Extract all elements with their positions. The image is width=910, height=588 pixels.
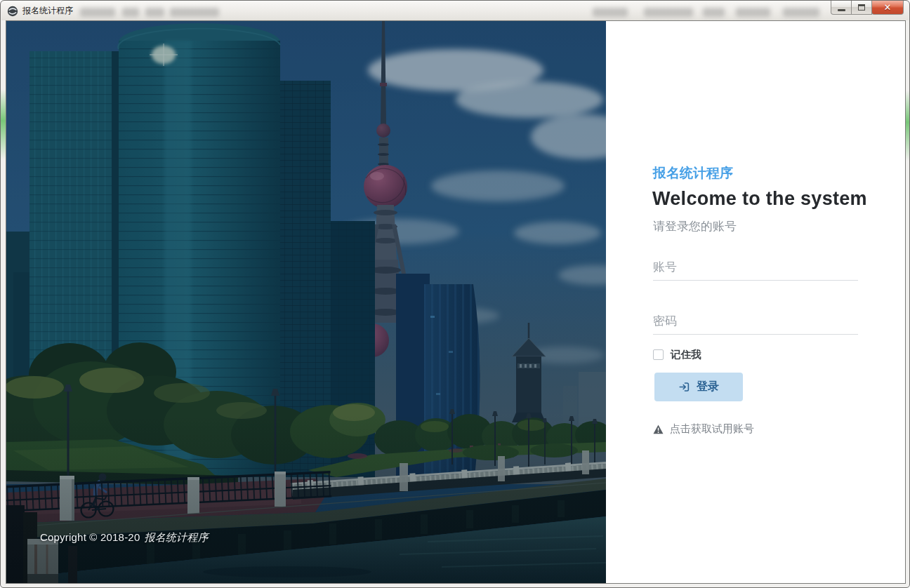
- copyright: Copyright © 2018-20报名统计程序: [40, 531, 209, 544]
- blurred-watermark: [122, 8, 139, 17]
- copyright-text: Copyright © 2018-20: [40, 531, 140, 543]
- login-button-label: 登录: [697, 380, 719, 394]
- blurred-watermark: [703, 8, 725, 17]
- minimize-button[interactable]: [831, 1, 852, 15]
- trial-label: 点击获取试用账号: [670, 422, 754, 436]
- blurred-watermark: [170, 8, 219, 17]
- login-panel: 报名统计程序 Welcome to the system 请登录您的账号 记住我…: [606, 21, 905, 583]
- blurred-watermark: [145, 8, 164, 17]
- warning-icon: [653, 425, 664, 434]
- window-content: Copyright © 2018-20报名统计程序 报名统计程序 Welcome…: [6, 20, 906, 584]
- window-title: 报名统计程序: [22, 5, 73, 17]
- login-subtitle: 请登录您的账号: [653, 218, 737, 234]
- account-input[interactable]: [653, 258, 858, 281]
- blurred-watermark: [593, 8, 628, 17]
- app-window: 报名统计程序 ✕: [0, 0, 910, 588]
- trial-account-link[interactable]: 点击获取试用账号: [653, 422, 754, 436]
- password-input[interactable]: [653, 312, 858, 335]
- remember-checkbox[interactable]: [653, 349, 664, 360]
- close-button[interactable]: ✕: [871, 1, 904, 15]
- maximize-button[interactable]: [851, 1, 872, 15]
- window-icon: [7, 6, 18, 17]
- city-photo: Copyright © 2018-20报名统计程序: [6, 21, 606, 583]
- blurred-watermark: [644, 8, 693, 17]
- window-controls: ✕: [831, 1, 904, 15]
- welcome-heading: Welcome to the system: [652, 188, 867, 210]
- remember-label: 记住我: [671, 348, 701, 361]
- title-bar[interactable]: 报名统计程序: [1, 1, 909, 20]
- screen: 报名统计程序 ✕: [0, 0, 910, 588]
- blurred-watermark: [80, 8, 115, 17]
- blurred-watermark: [783, 8, 819, 17]
- blurred-watermark: [736, 8, 770, 17]
- remember-me[interactable]: 记住我: [653, 348, 701, 361]
- desktop-glow-left: [1, 89, 6, 159]
- minimize-icon: [838, 9, 845, 11]
- copyright-brand: 报名统计程序: [144, 531, 208, 543]
- login-button[interactable]: 登录: [654, 373, 743, 401]
- close-icon: ✕: [884, 3, 892, 12]
- login-icon: [678, 381, 690, 393]
- app-brand-title: 报名统计程序: [653, 164, 733, 182]
- maximize-icon: [858, 4, 865, 11]
